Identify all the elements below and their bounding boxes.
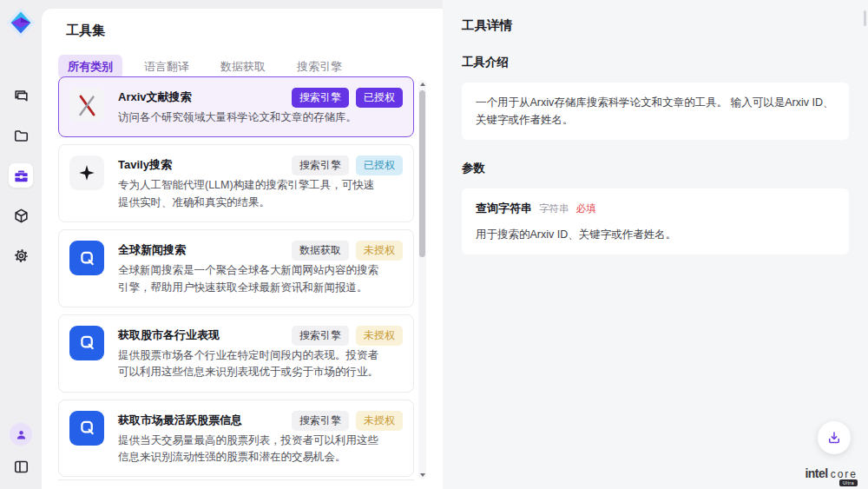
star-icon [69,155,104,190]
tool-list: Arxiv文献搜索访问各个研究领域大量科学论文和文章的存储库。搜索引擎已授权Ta… [58,76,414,480]
tool-description: 全球新闻搜索是一个聚合全球各大新闻网站内容的搜索引擎，帮助用户快速获取全球最新资… [118,262,380,296]
category-tab-2[interactable]: 数据获取 [211,55,275,79]
tool-card-4[interactable]: 获取市场最活跃股票信息提供当天交易量最高的股票列表，投资者可以利用这些信息来识别… [58,400,414,478]
collapse-sidebar-button layout-icon[interactable] [9,454,33,479]
param-name: 查询字符串 [476,200,532,218]
intel-ultra-chip: Ultra [839,479,858,486]
details-title: 工具详情 [462,17,849,34]
category-tab-1[interactable]: 语言翻译 [135,55,199,79]
tool-details-panel: 工具详情 工具介绍 一个用于从Arxiv存储库搜索科学论文和文章的工具。 输入可… [443,0,868,489]
scrollbar-up-arrow[interactable] [418,80,426,88]
rail-item gear-icon[interactable] [9,243,33,268]
auth-status-badge: 未授权 [356,241,403,261]
category-badge: 搜索引擎 [292,155,349,175]
param-required-badge: 必填 [576,201,596,216]
tool-description: 提供股票市场各个行业在特定时间段内的表现。投资者可以利用这些信息来识别表现优于或… [118,347,380,381]
tool-card-2[interactable]: 全球新闻搜索全球新闻搜索是一个聚合全球各大新闻网站内容的搜索引擎，帮助用户快速获… [58,229,414,307]
category-badge: 数据获取 [292,241,349,261]
param-card: 查询字符串 字符串 必填 用于搜索的Arxiv ID、关键字或作者姓名。 [462,188,849,254]
category-tab-0[interactable]: 所有类别 [58,55,122,79]
auth-status-badge: 已授权 [356,88,403,108]
toolset-title: 工具集 [42,9,443,39]
rail-item cube-icon[interactable] [9,203,33,228]
rail-item toolbox-icon[interactable] [9,163,33,188]
tool-description: 专为人工智能代理(LLM)构建的搜索引擎工具，可快速提供实时、准确和真实的结果。 [118,177,380,211]
category-badge: 搜索引擎 [292,326,349,346]
rail-items [9,83,33,268]
rail-item chat-icon[interactable] [9,83,33,108]
auth-status-badge: 已授权 [356,155,403,175]
app-logo gem-icon [5,7,36,38]
blue-search-icon [69,326,104,360]
category-badge: 搜索引擎 [292,411,349,431]
list-scrollbar[interactable] [418,80,426,479]
scrollbar-thumb[interactable] [419,90,425,257]
tool-card-0[interactable]: Arxiv文献搜索访问各个研究领域大量科学论文和文章的存储库。搜索引擎已授权 [58,76,414,137]
tool-card-3[interactable]: 获取股市各行业表现提供股票市场各个行业在特定时间段内的表现。投资者可以利用这些信… [58,314,414,393]
scrollbar-down-arrow[interactable] [418,471,426,479]
params-heading: 参数 [462,161,849,176]
param-desc: 用于搜索的Arxiv ID、关键字或作者姓名。 [476,226,835,243]
category-badge: 搜索引擎 [292,88,349,108]
blue-search-icon [69,411,104,446]
category-tab-3[interactable]: 搜索引擎 [287,55,352,79]
tool-description: 访问各个研究领域大量科学论文和文章的存储库。 [118,109,380,126]
tool-card-1[interactable]: Tavily搜索专为人工智能代理(LLM)构建的搜索引擎工具，可快速提供实时、准… [58,144,414,222]
auth-status-badge: 未授权 [356,326,403,346]
intro-heading: 工具介绍 [462,55,849,70]
tool-description: 提供当天交易量最高的股票列表，投资者可以利用这些信息来识别流动性强的股票和潜在的… [118,433,380,466]
toolset-panel: 工具集 所有类别语言翻译数据获取搜索引擎 Arxiv文献搜索访问各个研究领域大量… [42,9,443,489]
arxiv-icon [69,88,104,122]
user-avatar user-icon[interactable] [10,423,32,446]
auth-status-badge: 未授权 [356,411,403,431]
blue-search-icon [69,241,104,275]
icon-rail [0,0,42,489]
rail-item folder-icon[interactable] [9,123,33,148]
download-button download-icon[interactable] [818,421,851,454]
intro-text: 一个用于从Arxiv存储库搜索科学论文和文章的工具。 输入可以是Arxiv ID… [462,83,849,140]
param-type: 字符串 [539,201,569,216]
right-panel-scrollbar[interactable] [864,10,866,26]
intel-core-logo: intel core Ultra [805,466,858,480]
